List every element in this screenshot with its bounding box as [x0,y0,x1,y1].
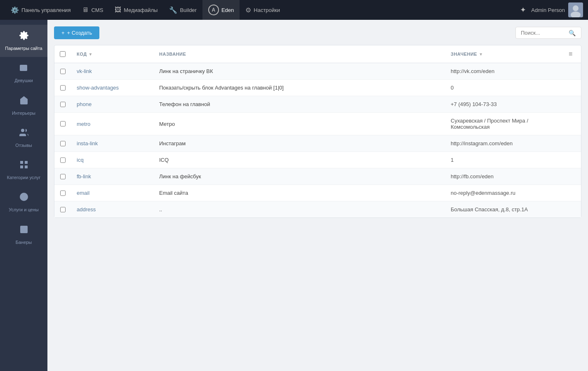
row-checkbox[interactable] [60,190,66,196]
data-table: КОД ▼ НАЗВАНИЕ ЗНАЧЕНИЕ ▼ ≡ vk-link Линк… [54,45,581,218]
row-value: Сухаревская / Проспект Мира / Комсомольс… [445,113,560,135]
table-row: phone Телефон на главной +7 (495) 104-73… [54,96,581,113]
nav-media-label: Медиафайлы [124,7,158,13]
search-box: 🔍 [515,27,581,39]
avatar[interactable] [568,2,583,17]
row-checkbox[interactable] [60,121,66,127]
sidebar-item-label-girls: Девушки [14,78,33,83]
svg-rect-6 [25,161,28,164]
row-name: Инстаграм [153,135,445,151]
sidebar-item-reviews[interactable]: Отзывы [0,122,47,154]
th-checkbox [54,45,71,63]
row-checkbox-cell [54,169,71,184]
nav-settings[interactable]: ⚙ Настройки [240,0,286,20]
row-value: http://vk.com/eden [445,63,560,79]
sidebar-item-label-services: Услуги и цены [9,207,38,213]
row-checkbox-cell [54,64,71,79]
toolbar: + + Создать 🔍 [54,26,581,39]
topnav-right: ✦ Admin Person [520,2,583,17]
row-code: metro [71,116,153,132]
nav-eden[interactable]: A Eden [202,0,240,20]
table-row: icq ICQ 1 [54,152,581,168]
create-plus-icon: + [61,30,65,36]
table-row: vk-link Линк на страничку ВК http://vk.c… [54,63,581,80]
eden-circle-icon: A [208,5,219,15]
reviews-icon [19,128,29,140]
row-checkbox[interactable] [60,102,66,107]
svg-rect-5 [20,161,23,164]
girls-icon [19,63,29,75]
builder-icon: 🔧 [169,6,177,14]
settings-gear-icon: ⚙ [245,6,251,14]
row-checkbox-cell [54,116,71,132]
row-checkbox-cell [54,185,71,201]
nav-media[interactable]: 🖼 Медиафайлы [109,0,163,20]
sidebar-item-interiors[interactable]: Интерьеры [0,90,47,122]
row-checkbox[interactable] [60,157,66,163]
row-value: Большая Спасская, д.8, стр.1А [445,201,560,217]
sidebar-item-banners[interactable]: Банеры [0,219,47,251]
row-name: Показать/скрыть блок Advantages на главн… [153,80,445,96]
row-name: Email сайта [153,185,445,201]
row-checkbox[interactable] [60,174,66,180]
row-value: http://fb.com/eden [445,168,560,184]
th-value[interactable]: ЗНАЧЕНИЕ ▼ [445,45,560,63]
th-code[interactable]: КОД ▼ [71,45,153,63]
th-code-label: КОД [77,52,87,57]
sidebar-item-services[interactable]: Услуги и цены [0,186,47,218]
row-name: Метро [153,116,445,132]
row-value: +7 (495) 104-73-33 [445,96,560,112]
row-checkbox[interactable] [60,141,66,147]
sidebar-item-service-categories[interactable]: Категории услуг [0,154,47,186]
admin-name: Admin Person [531,7,565,13]
site-params-icon [19,31,29,43]
nav-dashboard[interactable]: ⚙️ Панель управления [5,0,76,20]
row-checkbox[interactable] [60,85,66,91]
sidebar-item-label-reviews: Отзывы [15,142,32,148]
row-code: email [71,185,153,201]
th-actions: ≡ [560,45,581,63]
sort-arrow-value-icon: ▼ [479,52,483,57]
row-name: .. [153,201,445,217]
th-name: НАЗВАНИЕ [153,45,445,63]
nav-cms-label: CMS [91,7,103,13]
sidebar: Параметры сайта Девушки Интерьеры Отзывы [0,20,47,371]
sidebar-item-label-interiors: Интерьеры [12,110,35,116]
row-code: icq [71,152,153,168]
sidebar-item-label-service-categories: Категории услуг [7,175,40,180]
table-row: address .. Большая Спасская, д.8, стр.1А [54,201,581,217]
row-checkbox-cell [54,80,71,96]
row-name: ICQ [153,152,445,168]
sidebar-item-site-params[interactable]: Параметры сайта [0,25,47,57]
nav-eden-label: Eden [221,7,234,13]
row-checkbox-cell [54,152,71,168]
columns-icon[interactable]: ≡ [569,50,573,58]
row-name: Телефон на главной [153,96,445,112]
row-value: 1 [445,152,560,168]
row-actions [560,205,581,215]
row-checkbox[interactable] [60,207,66,213]
nav-builder[interactable]: 🔧 Builder [163,0,202,20]
create-button[interactable]: + + Создать [54,26,99,39]
table-header: КОД ▼ НАЗВАНИЕ ЗНАЧЕНИЕ ▼ ≡ [54,45,581,63]
row-actions [560,188,581,198]
sidebar-item-girls[interactable]: Девушки [0,57,47,89]
table-row: show-advantages Показать/скрыть блок Adv… [54,80,581,96]
nav-dashboard-label: Панель управления [21,7,71,13]
service-categories-icon [19,160,29,172]
interiors-icon [19,95,29,108]
services-icon [19,192,29,204]
select-all-checkbox[interactable] [60,51,66,57]
main-content: + + Создать 🔍 КОД ▼ НАЗВАНИЕ ЗНАЧЕН [47,20,588,371]
row-checkbox[interactable] [60,69,66,74]
nav-cms[interactable]: 🖥 CMS [76,0,109,20]
sidebar-item-label-banners: Банеры [16,239,32,245]
dashboard-icon: ⚙️ [11,6,19,14]
row-actions [560,155,581,165]
th-value-label: ЗНАЧЕНИЕ [451,52,477,57]
row-actions [560,119,581,129]
banners-icon [19,224,29,237]
search-input[interactable] [519,27,569,38]
row-actions [560,66,581,76]
row-code: phone [71,96,153,112]
